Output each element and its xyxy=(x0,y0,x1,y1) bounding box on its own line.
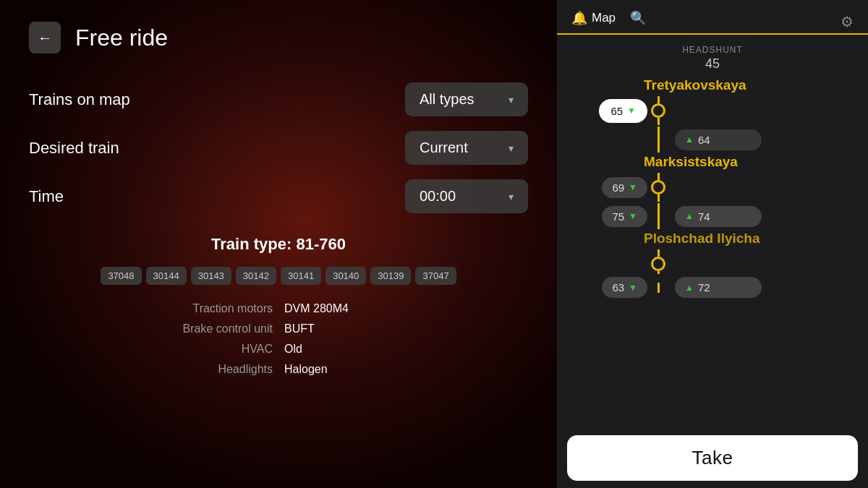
train-number-72: 72 xyxy=(698,281,710,294)
time-dropdown[interactable]: 00:00 ▾ xyxy=(405,179,528,213)
line-bottom-p xyxy=(658,271,660,274)
train-number-74: 74 xyxy=(698,210,710,223)
between-stations-1: ▲ 64 xyxy=(579,127,846,153)
station-trains-row-ploshchad xyxy=(579,249,846,274)
station-left-trains-tretyakovskaya: 65 ▼ xyxy=(579,99,647,123)
time-label: Time xyxy=(29,187,64,206)
station-name-marksistskaya: Marksistskaya xyxy=(644,154,738,170)
train-badge-72[interactable]: ▲ 72 xyxy=(675,277,762,298)
arrow-down-icon-63: ▼ xyxy=(629,283,637,293)
spec-val-traction: DVM 280M4 xyxy=(284,302,423,315)
take-button[interactable]: Take xyxy=(567,435,858,481)
line-top-m xyxy=(658,173,660,180)
between-stations-2: 75 ▼ ▲ 74 xyxy=(579,203,846,229)
specs-table: Traction motors DVM 280M4 Brake control … xyxy=(134,302,423,376)
between-trains-right-2: ▲ 74 xyxy=(675,206,762,227)
time-row: Time 00:00 ▾ xyxy=(29,179,528,213)
station-left-trains-marksistskaya: 69 ▼ xyxy=(579,177,647,198)
station-dot-ploshchad xyxy=(651,257,665,271)
train-badge-75[interactable]: 75 ▼ xyxy=(602,206,647,227)
tab-search[interactable]: 🔍 xyxy=(630,10,646,33)
map-bell-icon: 🔔 xyxy=(571,10,587,26)
spec-key-traction: Traction motors xyxy=(134,302,284,315)
spec-row-traction: Traction motors DVM 280M4 xyxy=(134,302,423,315)
line-top xyxy=(658,96,660,103)
spec-val-headlights: Halogen xyxy=(284,363,423,376)
left-panel: ← Free ride Trains on map All types ▾ De… xyxy=(0,0,557,488)
train-number-64: 64 xyxy=(698,134,710,146)
spec-row-hvac: HVAC Old xyxy=(134,343,423,356)
spec-val-hvac: Old xyxy=(284,343,423,356)
below-left-trains: 63 ▼ xyxy=(579,277,647,298)
train-badge-65[interactable]: 65 ▼ xyxy=(599,99,647,123)
map-content[interactable]: HEADSHUNT 45 Tretyakovskaya 65 ▼ xyxy=(557,35,868,428)
train-badge-69[interactable]: 69 ▼ xyxy=(602,177,647,198)
arrow-up-icon-74: ▲ xyxy=(685,211,694,221)
back-button[interactable]: ← xyxy=(29,22,61,53)
headshunt-number: 45 xyxy=(571,56,854,72)
train-cars: 37048 30144 30143 30142 30141 30140 3013… xyxy=(29,267,528,285)
right-tabs: 🔔 Map 🔍 xyxy=(571,10,646,33)
trains-on-map-dropdown[interactable]: All types ▾ xyxy=(405,82,528,116)
train-badge-64[interactable]: ▲ 64 xyxy=(675,129,762,150)
train-number-65: 65 xyxy=(610,105,623,117)
car-badge[interactable]: 30139 xyxy=(370,267,411,285)
time-value: 00:00 xyxy=(420,188,456,205)
trains-on-map-arrow-icon: ▾ xyxy=(509,94,514,106)
arrow-up-icon-72: ▲ xyxy=(685,283,694,293)
between-trains-left-2: 75 ▼ xyxy=(579,206,647,227)
take-button-container: Take xyxy=(557,428,868,488)
tab-map[interactable]: 🔔 Map xyxy=(571,10,616,35)
trains-on-map-row: Trains on map All types ▾ xyxy=(29,82,528,116)
car-badge[interactable]: 37048 xyxy=(101,267,141,285)
station-trains-row-tretyakovskaya: 65 ▼ xyxy=(579,96,846,125)
train-number-63: 63 xyxy=(612,281,624,294)
header: ← Free ride xyxy=(29,22,528,53)
between-line-2 xyxy=(658,203,660,229)
desired-train-value: Current xyxy=(420,140,468,156)
car-badge[interactable]: 30141 xyxy=(281,267,321,285)
arrow-down-icon-75: ▼ xyxy=(629,211,637,221)
headshunt-label: HEADSHUNT xyxy=(571,45,854,55)
trains-on-map-value: All types xyxy=(420,91,475,108)
desired-train-label: Desired train xyxy=(29,139,119,158)
settings-icon[interactable]: ⚙ xyxy=(841,13,854,30)
below-ploshchad-trains: 63 ▼ ▲ 72 xyxy=(579,277,846,298)
spec-key-hvac: HVAC xyxy=(134,343,284,356)
station-line-marksistskaya xyxy=(647,173,669,202)
desired-train-dropdown[interactable]: Current ▾ xyxy=(405,131,528,165)
car-badge[interactable]: 30143 xyxy=(191,267,231,285)
tab-map-label: Map xyxy=(592,11,616,25)
map-layout: Tretyakovskaya 65 ▼ xyxy=(571,77,854,301)
spec-row-headlights: Headlights Halogen xyxy=(134,363,423,376)
desired-train-arrow-icon: ▾ xyxy=(509,142,514,154)
train-badge-74[interactable]: ▲ 74 xyxy=(675,206,762,227)
station-trains-row-marksistskaya: 69 ▼ xyxy=(579,173,846,202)
station-line-ploshchad xyxy=(647,249,669,274)
train-number-75: 75 xyxy=(612,210,624,223)
headshunt-section: HEADSHUNT 45 xyxy=(571,35,854,77)
train-badge-63[interactable]: 63 ▼ xyxy=(602,277,647,298)
car-badge[interactable]: 30144 xyxy=(146,267,187,285)
spec-val-brake: BUFT xyxy=(284,322,423,335)
between-line-1 xyxy=(658,127,660,153)
desired-train-row: Desired train Current ▾ xyxy=(29,131,528,165)
below-line xyxy=(658,283,660,293)
below-right-trains: ▲ 72 xyxy=(675,277,762,298)
car-badge[interactable]: 37047 xyxy=(415,267,456,285)
station-dot-marksistskaya xyxy=(651,180,665,194)
train-info-section: Train type: 81-760 37048 30144 30143 301… xyxy=(29,235,528,376)
line-bottom-m xyxy=(658,194,660,202)
line-bottom xyxy=(658,118,660,125)
car-badge[interactable]: 30142 xyxy=(236,267,276,285)
spec-key-headlights: Headlights xyxy=(134,363,284,376)
station-line-tretyakovskaya xyxy=(647,96,669,125)
arrow-down-icon: ▼ xyxy=(627,106,636,116)
car-badge[interactable]: 30140 xyxy=(326,267,366,285)
station-tretyakovskaya: Tretyakovskaya 65 ▼ xyxy=(579,77,846,125)
page-title: Free ride xyxy=(75,25,168,51)
train-number-69: 69 xyxy=(612,181,624,194)
time-arrow-icon: ▾ xyxy=(509,191,514,202)
right-between-trains: ▲ 64 xyxy=(675,129,762,150)
arrow-up-icon: ▲ xyxy=(685,134,694,145)
